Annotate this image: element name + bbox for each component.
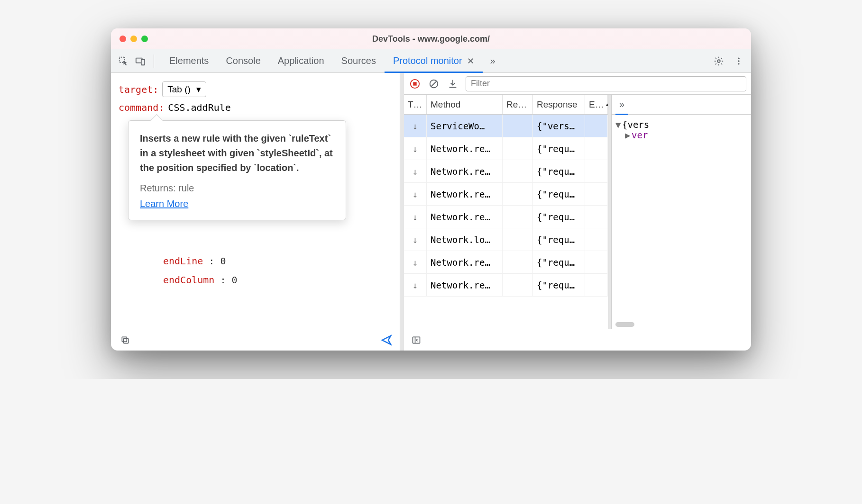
row-direction-icon: ↓ — [404, 274, 427, 296]
table-row[interactable]: ↓Network.re…{"requ… — [404, 137, 608, 160]
inspect-element-icon[interactable] — [117, 54, 130, 68]
kebab-menu-icon[interactable] — [732, 54, 745, 68]
detail-splitter[interactable] — [608, 95, 612, 329]
divider — [154, 54, 154, 68]
table-rows: ↓ServiceWo…{"vers…↓Network.re…{"requ…↓Ne… — [404, 115, 608, 297]
row-e — [585, 274, 608, 296]
chevron-down-icon: ▾ — [196, 84, 201, 95]
th-response[interactable]: Response — [533, 95, 585, 114]
detail-body: ▼{vers ▶ver — [612, 115, 751, 320]
devtools-toolbar: Elements Console Application Sources Pro… — [111, 49, 751, 73]
more-tabs-button[interactable]: » — [486, 55, 499, 66]
log-table: T… Method Re… Response E…▲ ↓ServiceWo…{"… — [404, 95, 608, 329]
record-button[interactable] — [409, 78, 421, 90]
row-direction-icon: ↓ — [404, 137, 427, 160]
panel-tabs: Elements Console Application Sources Pro… — [161, 49, 483, 72]
command-params: endLine : 0 endColumn : 0 — [163, 255, 238, 293]
row-response: {"requ… — [533, 137, 585, 160]
table-row[interactable]: ↓Network.lo…{"requ… — [404, 228, 608, 251]
row-e — [585, 251, 608, 273]
log-footer — [404, 329, 751, 351]
minimize-window-button[interactable] — [130, 36, 137, 42]
table-row[interactable]: ↓Network.re…{"requ… — [404, 251, 608, 274]
row-response: {"requ… — [533, 274, 585, 296]
row-request — [503, 160, 533, 182]
row-e — [585, 137, 608, 160]
toggle-sidebar-icon[interactable] — [410, 333, 423, 347]
th-type[interactable]: T… — [404, 95, 427, 114]
command-editor-pane: target: Tab () ▾ command: CSS.addRule In… — [111, 73, 400, 351]
pane-splitter[interactable] — [400, 73, 404, 351]
row-e — [585, 206, 608, 228]
row-request — [503, 115, 533, 137]
param-endline[interactable]: endLine : 0 — [163, 255, 238, 267]
row-method: Network.re… — [427, 274, 503, 296]
scroll-thumb[interactable] — [615, 322, 634, 327]
traffic-lights — [119, 36, 148, 42]
row-direction-icon: ↓ — [404, 228, 427, 251]
command-doc-popup: Inserts a new rule with the given `ruleT… — [128, 120, 346, 220]
target-value: Tab () — [167, 84, 191, 95]
target-row: target: Tab () ▾ — [119, 81, 392, 97]
row-direction-icon: ↓ — [404, 251, 427, 273]
svg-point-6 — [738, 63, 739, 64]
tab-protocol-monitor[interactable]: Protocol monitor ✕ — [385, 49, 483, 72]
table-row[interactable]: ↓ServiceWo…{"vers… — [404, 115, 608, 137]
command-key: command: — [119, 102, 164, 113]
tab-sources[interactable]: Sources — [333, 49, 385, 72]
copy-icon[interactable] — [119, 333, 132, 347]
detail-scrollbar[interactable] — [612, 320, 751, 329]
learn-more-link[interactable]: Learn More — [140, 198, 334, 209]
detail-more-tabs[interactable]: » — [616, 99, 627, 110]
row-method: ServiceWo… — [427, 115, 503, 137]
param-endcolumn[interactable]: endColumn : 0 — [163, 274, 238, 286]
th-request[interactable]: Re… — [503, 95, 533, 114]
device-toggle-icon[interactable] — [134, 54, 147, 68]
filter-toolbar — [404, 73, 751, 95]
zoom-window-button[interactable] — [141, 36, 148, 42]
tab-label: Protocol monitor — [393, 55, 462, 66]
row-method: Network.re… — [427, 206, 503, 228]
log-body: T… Method Re… Response E…▲ ↓ServiceWo…{"… — [404, 95, 751, 329]
row-response: {"requ… — [533, 160, 585, 182]
th-method[interactable]: Method — [427, 95, 503, 114]
table-row[interactable]: ↓Network.re…{"requ… — [404, 206, 608, 228]
row-request — [503, 206, 533, 228]
protocol-log-pane: T… Method Re… Response E…▲ ↓ServiceWo…{"… — [404, 73, 751, 351]
row-request — [503, 251, 533, 273]
row-direction-icon: ↓ — [404, 160, 427, 182]
row-response: {"requ… — [533, 251, 585, 273]
send-command-button[interactable] — [381, 334, 392, 346]
editor-footer — [111, 329, 400, 351]
tab-application[interactable]: Application — [269, 49, 333, 72]
table-row[interactable]: ↓Network.re…{"requ… — [404, 183, 608, 206]
popup-returns: Returns: rule — [140, 183, 334, 194]
tab-elements[interactable]: Elements — [161, 49, 217, 72]
tree-root[interactable]: ▼{vers — [615, 119, 747, 130]
table-row[interactable]: ↓Network.re…{"requ… — [404, 274, 608, 297]
command-value[interactable]: CSS.addRule — [168, 102, 230, 113]
clear-icon[interactable] — [428, 78, 440, 90]
row-response: {"requ… — [533, 206, 585, 228]
settings-icon[interactable] — [712, 54, 725, 68]
command-editor-body: target: Tab () ▾ command: CSS.addRule In… — [111, 73, 400, 329]
row-request — [503, 183, 533, 205]
svg-rect-8 — [122, 337, 127, 342]
row-direction-icon: ↓ — [404, 206, 427, 228]
close-window-button[interactable] — [119, 36, 126, 42]
tab-console[interactable]: Console — [217, 49, 269, 72]
toolbar-right — [712, 54, 745, 68]
row-method: Network.re… — [427, 251, 503, 273]
row-response: {"requ… — [533, 183, 585, 205]
table-row[interactable]: ↓Network.re…{"requ… — [404, 160, 608, 183]
download-icon[interactable] — [447, 78, 459, 90]
target-select[interactable]: Tab () ▾ — [162, 81, 206, 97]
filter-input[interactable] — [466, 76, 746, 91]
th-e[interactable]: E…▲ — [585, 95, 608, 114]
target-key: target: — [119, 84, 158, 95]
row-request — [503, 274, 533, 296]
close-tab-icon[interactable]: ✕ — [467, 56, 474, 66]
row-request — [503, 137, 533, 160]
row-e — [585, 160, 608, 182]
tree-child[interactable]: ▶ver — [615, 130, 747, 140]
